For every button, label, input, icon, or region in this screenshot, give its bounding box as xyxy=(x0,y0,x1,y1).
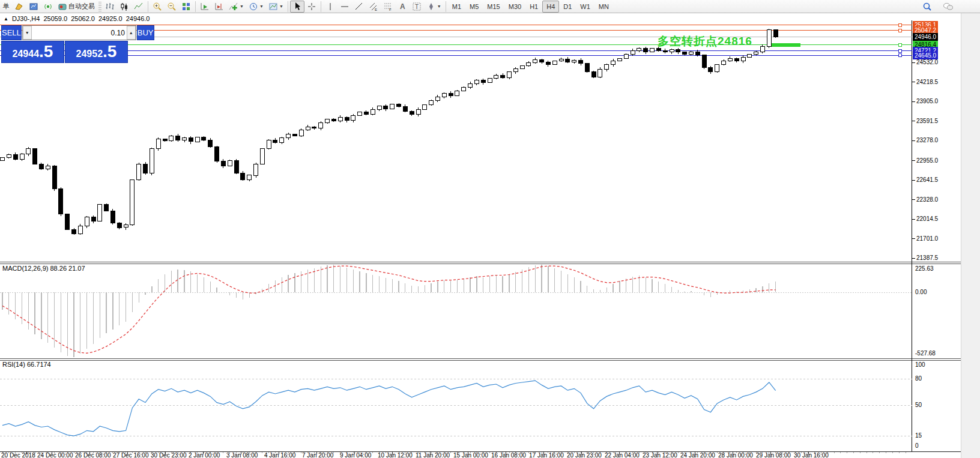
price-tick-label: 21387.5 xyxy=(916,255,938,261)
time-axis-label: 26 Dec 08:00 xyxy=(75,452,111,458)
time-axis-label: 30 Dec 23:00 xyxy=(151,452,187,458)
toolbar-separator xyxy=(321,1,321,12)
time-axis-label: 10 Jan 12:00 xyxy=(378,452,413,458)
time-axis-label: 27 Dec 16:00 xyxy=(113,452,149,458)
cursor-icon xyxy=(292,2,302,11)
buy-price-display[interactable]: 24952 .5 xyxy=(65,41,128,63)
macd-label: MACD(12,26,9) 88.26 21.07 xyxy=(2,265,85,272)
tile-windows-icon[interactable] xyxy=(179,1,193,13)
sell-price-display[interactable]: 24944 .5 xyxy=(1,41,64,63)
ohlc-open: 25059.0 xyxy=(43,15,67,22)
new-order-icon[interactable] xyxy=(12,1,26,13)
chart-window: ▲ DJ30-,H4 25059.0 25062.0 24925.0 24946… xyxy=(0,13,980,458)
toolbar-right-group xyxy=(920,1,956,13)
time-axis-label: 7 Jan 20:00 xyxy=(302,452,333,458)
timeframe-group: M1M5M15M30H1H4D1W1MN xyxy=(448,1,613,13)
signal-icon[interactable] xyxy=(41,1,55,13)
time-axis-label: 30 Jan 16:00 xyxy=(794,452,829,458)
timeframe-m30[interactable]: M30 xyxy=(504,1,525,13)
timeframe-m15[interactable]: M15 xyxy=(483,1,504,13)
sell-price-main: 24944 xyxy=(13,49,40,59)
arrows-tool-button[interactable]: ▼ xyxy=(424,1,444,13)
fibonacci-tool[interactable]: F xyxy=(381,1,395,13)
autotrading-icon xyxy=(58,2,67,11)
bar-chart-icon[interactable] xyxy=(103,1,117,13)
price-level-badge: 24946.0 xyxy=(913,33,938,41)
text-tool[interactable]: A xyxy=(395,1,410,13)
auto-scroll-icon[interactable] xyxy=(198,1,212,13)
templates-button[interactable]: ▼ xyxy=(266,1,286,13)
time-axis-label: 3 Jan 08:00 xyxy=(226,452,258,458)
price-tick-label: 23591.5 xyxy=(916,118,938,124)
sell-button[interactable]: SELL xyxy=(1,25,22,40)
time-axis-label: 22 Jan 04:00 xyxy=(605,452,640,458)
timeframe-h1[interactable]: H1 xyxy=(525,1,542,13)
price-tick-label: 22328.0 xyxy=(916,196,938,203)
volume-decrease-button[interactable]: ▼ xyxy=(23,26,32,40)
macd-scale-zero: 0.00 xyxy=(915,289,927,295)
price-tick-label: 24532.0 xyxy=(916,59,938,65)
periods-button[interactable]: ▼ xyxy=(246,1,266,13)
rsi-label: RSI(14) 66.7174 xyxy=(2,361,51,368)
volume-increase-button[interactable]: ▲ xyxy=(127,26,136,40)
vertical-line-tool[interactable] xyxy=(323,1,337,13)
clock-icon xyxy=(249,2,258,11)
timeframe-w1[interactable]: W1 xyxy=(576,1,594,13)
svg-text:T: T xyxy=(415,4,419,10)
chart-window-icon[interactable] xyxy=(26,1,41,13)
horizontal-line-tool[interactable] xyxy=(337,1,352,13)
ohlc-close: 24946.0 xyxy=(126,15,150,22)
rsi-scale-15: 15 xyxy=(915,432,922,439)
svg-text:A: A xyxy=(400,2,405,11)
right-gutter xyxy=(961,13,980,458)
timeframe-d1[interactable]: D1 xyxy=(559,1,576,13)
toolbar-grip xyxy=(98,2,101,11)
time-axis-label: 9 Jan 04:00 xyxy=(340,452,371,458)
one-click-trading-panel: SELL ▼ ▲ BUY 24944 .5 24952 .5 xyxy=(1,25,128,63)
crosshair-tool-button[interactable] xyxy=(304,1,319,13)
crosshair-icon xyxy=(307,2,316,11)
buy-button[interactable]: BUY xyxy=(137,25,154,40)
zoom-out-icon[interactable] xyxy=(165,1,179,13)
chat-icon[interactable] xyxy=(940,1,956,13)
symbol-period: DJ30-,H4 xyxy=(12,15,40,22)
time-axis-label: 17 Jan 16:00 xyxy=(529,452,564,458)
candlestick-chart-icon[interactable] xyxy=(117,1,132,13)
timeframe-h4[interactable]: H4 xyxy=(542,1,559,13)
ohlc-low: 24925.0 xyxy=(98,15,122,22)
chart-plot[interactable] xyxy=(0,13,980,458)
price-tick-label: 23905.0 xyxy=(916,98,938,104)
indicators-add-button[interactable]: ▼ xyxy=(226,1,246,13)
timeframe-m5[interactable]: M5 xyxy=(465,1,483,13)
price-tick-label: 22955.0 xyxy=(916,157,938,164)
volume-input[interactable] xyxy=(32,26,127,40)
price-tick-label: 24218.5 xyxy=(916,79,938,85)
zoom-in-icon[interactable] xyxy=(150,1,165,13)
dropdown-arrow-icon: ▼ xyxy=(279,4,283,8)
new-order-button[interactable]: 单 xyxy=(0,1,12,13)
trend-line-tool[interactable] xyxy=(352,1,366,13)
new-order-label: 单 xyxy=(3,2,10,11)
search-icon[interactable] xyxy=(920,1,934,13)
autotrading-button[interactable]: 自动交易 xyxy=(55,1,97,13)
collapse-panel-icon[interactable]: ▲ xyxy=(4,16,8,22)
line-chart-icon[interactable] xyxy=(132,1,146,13)
rsi-scale-100: 100 xyxy=(915,361,925,368)
arrows-icon xyxy=(426,2,436,11)
timeframe-mn[interactable]: MN xyxy=(594,1,613,13)
rsi-scale-0: 0 xyxy=(915,442,919,449)
autotrading-label: 自动交易 xyxy=(68,2,95,11)
equidistant-channel-tool[interactable]: E xyxy=(366,1,381,13)
chart-annotation-text[interactable]: 多空转折点24816 xyxy=(658,34,752,49)
macd-scale-min: -527.68 xyxy=(915,350,936,357)
timeframe-m1[interactable]: M1 xyxy=(448,1,465,13)
time-axis-label: 23 Jan 12:00 xyxy=(643,452,677,458)
text-label-tool[interactable]: T xyxy=(410,1,424,13)
svg-text:E: E xyxy=(375,8,377,11)
toolbar-separator xyxy=(148,1,148,12)
chart-shift-icon[interactable] xyxy=(212,1,226,13)
time-axis-label: 11 Jan 20:00 xyxy=(416,452,450,458)
cursor-tool-button[interactable] xyxy=(290,1,304,13)
buy-price-frac: .5 xyxy=(103,44,116,59)
volume-control: ▼ ▲ xyxy=(22,25,136,40)
